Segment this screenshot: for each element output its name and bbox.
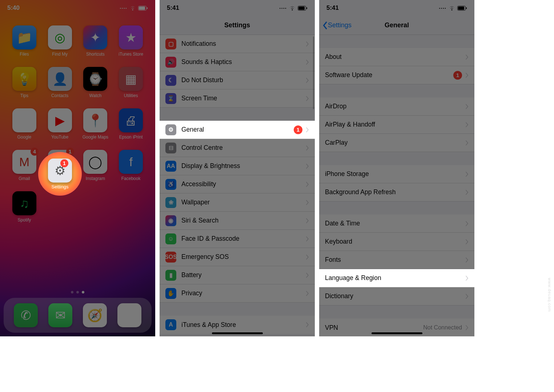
- row-battery[interactable]: ▮Battery: [160, 266, 315, 284]
- home-indicator[interactable]: [372, 332, 422, 334]
- app-label: Utilities: [124, 93, 138, 98]
- battery-icon: [298, 6, 308, 11]
- app-youtube[interactable]: ▶YouTube: [45, 108, 75, 140]
- app-badge: 4: [31, 148, 39, 156]
- app-findmy[interactable]: ◎Find My: [45, 25, 75, 57]
- chevron-right-icon: [306, 96, 309, 101]
- chevron-right-icon: [306, 200, 309, 205]
- app-epson[interactable]: 🖨Epson iPrint: [116, 108, 146, 140]
- battery-icon: ▮: [165, 270, 176, 281]
- general-icon: ⚙: [165, 124, 176, 135]
- row-keyboard[interactable]: Keyboard: [319, 233, 474, 251]
- app-tips[interactable]: 💡Tips: [9, 67, 40, 98]
- row-dnd[interactable]: ☾Do Not Disturb: [160, 71, 315, 89]
- watch-icon: ⌚: [83, 67, 107, 91]
- row-sound[interactable]: 🔊Sounds & Haptics: [160, 53, 315, 71]
- screen-icon: ⌛: [165, 93, 176, 104]
- sos-icon: SOS: [165, 252, 176, 263]
- row-wall[interactable]: ❀Wallpaper: [160, 193, 315, 212]
- app-insta[interactable]: ◯Instagram: [80, 150, 111, 181]
- app-gmail[interactable]: M4Gmail: [9, 150, 40, 181]
- access-icon: ♿: [165, 179, 176, 190]
- chevron-right-icon: [306, 218, 309, 223]
- wifi-icon: [289, 6, 296, 11]
- row-badge: 1: [453, 71, 462, 80]
- dock-phone[interactable]: ✆: [14, 303, 38, 327]
- row-label: Sounds & Haptics: [181, 58, 306, 66]
- row-access[interactable]: ♿Accessibility: [160, 175, 315, 193]
- youtube-icon: ▶: [48, 108, 72, 132]
- row-badge: 1: [294, 125, 302, 134]
- row-sos[interactable]: SOSEmergency SOS: [160, 248, 315, 266]
- row-value: Not Connected: [423, 324, 462, 331]
- findmy-icon: ◎: [48, 25, 72, 49]
- chevron-right-icon: [466, 276, 469, 281]
- wifi-icon: [129, 6, 136, 11]
- itunes-icon: ★: [119, 25, 143, 49]
- row-label: VPN: [325, 324, 423, 332]
- row-date-time[interactable]: Date & Time: [319, 215, 474, 233]
- svg-rect-5: [306, 7, 307, 9]
- cellular-dots-icon: ····: [439, 5, 446, 11]
- row-privacy[interactable]: ✋Privacy: [160, 284, 315, 303]
- app-itunes[interactable]: ★iTunes Store: [116, 25, 146, 57]
- row-about[interactable]: About: [319, 48, 474, 66]
- row-iphone-storage[interactable]: iPhone Storage: [319, 165, 474, 183]
- status-time: 5:41: [167, 4, 179, 12]
- app-spotify[interactable]: ♫Spotify: [9, 191, 40, 223]
- row-carplay[interactable]: CarPlay: [319, 134, 474, 152]
- row-screen[interactable]: ⌛Screen Time: [160, 89, 315, 108]
- app-shortcuts[interactable]: ✦Shortcuts: [80, 25, 111, 57]
- row-label: Emergency SOS: [181, 253, 306, 261]
- chevron-right-icon: [466, 122, 469, 127]
- row-label: Face ID & Passcode: [181, 235, 306, 243]
- row-airplay-handoff[interactable]: AirPlay & Handoff: [319, 116, 474, 134]
- row-general[interactable]: ⚙General1: [160, 121, 315, 139]
- face-icon: ☺: [165, 233, 176, 244]
- tips-icon: 💡: [12, 67, 36, 91]
- nav-bar: Settings General: [319, 16, 474, 35]
- app-util[interactable]: ▦Utilities: [116, 67, 146, 98]
- insta-icon: ◯: [83, 150, 107, 174]
- row-background-app-refresh[interactable]: Background App Refresh: [319, 183, 474, 201]
- status-time: 5:41: [326, 4, 339, 12]
- row-fonts[interactable]: Fonts: [319, 251, 474, 269]
- row-control[interactable]: ⊟Control Centre: [160, 139, 315, 157]
- app-contacts[interactable]: 👤Contacts: [45, 67, 75, 98]
- back-button[interactable]: Settings: [322, 16, 352, 35]
- chevron-right-icon: [466, 325, 469, 330]
- row-display[interactable]: AADisplay & Brightness: [160, 157, 315, 175]
- chevron-right-icon: [306, 164, 309, 169]
- app-google[interactable]: GGoogle: [9, 108, 40, 140]
- row-dictionary[interactable]: Dictionary: [319, 287, 474, 305]
- dock-photos[interactable]: ✿: [117, 303, 141, 327]
- dock-safari[interactable]: 🧭: [83, 303, 107, 327]
- row-store[interactable]: AiTunes & App Store: [160, 316, 315, 334]
- settings-app-icon[interactable]: ⚙: [48, 159, 72, 183]
- row-siri[interactable]: ◉Siri & Search: [160, 212, 315, 230]
- highlight-settings-app[interactable]: ⚙ 1 Settings: [38, 152, 82, 196]
- row-language-region[interactable]: Language & Region: [319, 269, 474, 287]
- cellular-dots-icon: ····: [120, 5, 127, 11]
- dock-msg[interactable]: ✉: [48, 303, 72, 327]
- chevron-right-icon: [466, 239, 469, 244]
- home-indicator[interactable]: [212, 332, 263, 334]
- row-label: Fonts: [325, 256, 466, 264]
- app-fb[interactable]: fFacebook: [116, 150, 146, 181]
- row-label: Screen Time: [181, 95, 306, 102]
- row-airdrop[interactable]: AirDrop: [319, 97, 474, 116]
- chevron-right-icon: [466, 190, 469, 195]
- chevron-right-icon: [306, 127, 309, 132]
- status-bar: 5:41 ····: [160, 0, 315, 16]
- app-watch[interactable]: ⌚Watch: [80, 67, 111, 98]
- chevron-right-icon: [306, 255, 309, 260]
- row-software-update[interactable]: Software Update1: [319, 66, 474, 84]
- row-label: AirPlay & Handoff: [325, 121, 466, 128]
- row-label: General: [181, 126, 294, 133]
- wifi-icon: [449, 6, 455, 11]
- app-files[interactable]: 📁Files: [9, 25, 40, 57]
- row-notif[interactable]: ▢Notifications: [160, 35, 315, 53]
- watermark: www.deuaq.com: [547, 278, 552, 312]
- row-face[interactable]: ☺Face ID & Passcode: [160, 230, 315, 248]
- app-maps[interactable]: 📍Google Maps: [80, 108, 111, 140]
